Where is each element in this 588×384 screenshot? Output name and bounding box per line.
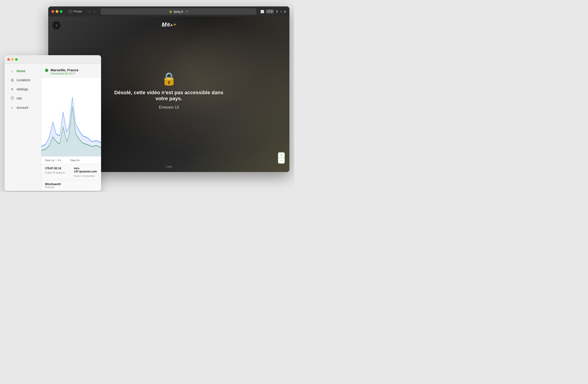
server-address: mrs-c07.ipvanish.com <box>74 167 97 173</box>
channel-logo: M 6 A + <box>162 21 176 28</box>
traffic-chart <box>41 78 101 156</box>
zoom-out-button[interactable]: − <box>278 158 285 163</box>
sidebar-item-settings[interactable]: ≡ Settings <box>6 85 40 93</box>
address-text: 6play.fr <box>174 10 183 13</box>
reload-icon[interactable]: ↺ <box>186 10 188 13</box>
vpn-tl-green[interactable] <box>15 58 18 61</box>
vpn-body: ⌂ Home ◎ Locations ≡ Settings ⓘ Info ○ A… <box>5 64 101 191</box>
shield-badge[interactable]: 🛡 3 <box>266 9 274 14</box>
data-stats: Data Up ↑ 0 b Data Do <box>41 156 101 164</box>
shield-count: 3 <box>271 10 273 13</box>
home-icon: ⌂ <box>10 69 14 73</box>
data-up-stat: Data Up ↑ 0 b <box>45 158 61 162</box>
browser-nav: ‹ › <box>87 9 96 14</box>
lock-icon: 🔒 <box>169 10 172 13</box>
sidebar-label-home: Home <box>17 69 25 73</box>
tl-yellow[interactable] <box>56 10 58 13</box>
ip-detail: 176.67.82.14 Public IP Address <box>45 167 68 177</box>
connection-timer: 00:19:17 <box>64 72 75 75</box>
vpn-titlebar <box>5 55 101 64</box>
protocol-value: WireGuard® <box>45 182 61 186</box>
browser-actions: ⬜ 🛡 3 ⬆ + ⧉ <box>260 9 286 14</box>
data-up-label: Data Up <box>45 159 54 162</box>
new-tab-icon[interactable]: + <box>280 10 282 13</box>
blocked-subtitle: Émission 13 <box>159 105 179 110</box>
ip-label: Public IP Address <box>45 171 68 174</box>
browser-footer: Legal <box>166 164 172 168</box>
logo-m6: M <box>162 21 167 28</box>
server-detail: mrs-c07.ipvanish.com Server Connection <box>74 167 97 177</box>
blocked-title: Désolé, cette vidéo n'est pas accessible… <box>109 90 229 102</box>
blocked-overlay: 🔒 Désolé, cette vidéo n'est pas accessib… <box>109 71 229 110</box>
protocol-label: Protocol <box>45 186 61 189</box>
connection-status: Connected 00:19:17 <box>51 72 79 75</box>
logo-plus: + <box>173 22 176 27</box>
status-text: Connected <box>51 72 64 75</box>
sidebar-item-account[interactable]: ○ Account <box>6 103 40 112</box>
data-up-value: 0 b <box>58 159 61 162</box>
connection-details: 176.67.82.14 Public IP Address mrs-c07.i… <box>41 164 101 180</box>
settings-icon: ≡ <box>10 87 14 91</box>
sidebar-item-home[interactable]: ⌂ Home <box>6 67 40 75</box>
share-icon[interactable]: ⬆ <box>276 10 278 13</box>
data-down-stat: Data Do <box>70 158 80 162</box>
sidebar-label-locations: Locations <box>17 78 30 82</box>
connection-dot <box>45 69 48 72</box>
account-icon: ○ <box>10 106 14 110</box>
browser-traffic-lights <box>51 10 63 13</box>
zoom-in-button[interactable]: + <box>278 153 285 158</box>
browser-titlebar: Private ‹ › 🔒 6play.fr ↺ ⬜ 🛡 3 ⬆ + ⧉ <box>48 6 289 17</box>
sidebar-label-info: Info <box>17 97 22 100</box>
tabs-icon[interactable]: ⧉ <box>284 10 286 14</box>
protocol-row: WireGuard® Protocol <box>41 180 101 191</box>
vpn-tl-red[interactable] <box>7 58 10 61</box>
lock-icon: 🔒 <box>161 71 177 86</box>
tab-label: Private <box>74 10 82 13</box>
tab-page-icon <box>69 10 72 13</box>
vpn-main: Marseille, France Connected 00:19:17 <box>41 64 101 191</box>
locations-icon: ◎ <box>10 78 14 82</box>
logo-a: A <box>170 23 173 27</box>
forward-button[interactable]: › <box>93 9 96 14</box>
shield-icon: 🛡 <box>267 10 270 13</box>
ip-address: 176.67.82.14 <box>45 167 68 170</box>
vpn-tl-yellow[interactable] <box>11 58 14 61</box>
connection-location: Marseille, France <box>51 68 79 72</box>
logo-number: 6 <box>167 22 170 28</box>
sidebar-item-info[interactable]: ⓘ Info <box>6 94 40 103</box>
connection-info: Marseille, France Connected 00:19:17 <box>51 68 79 75</box>
up-arrow-icon: ↑ <box>55 158 57 162</box>
vpn-sidebar: ⌂ Home ◎ Locations ≡ Settings ⓘ Info ○ A… <box>5 64 41 191</box>
info-icon: ⓘ <box>10 96 14 100</box>
sidebar-label-settings: Settings <box>17 87 28 91</box>
data-down-label: Data Do <box>70 159 80 162</box>
back-button[interactable]: ‹ <box>87 9 91 14</box>
zoom-controls: + − <box>278 152 285 164</box>
chart-area <box>41 78 101 156</box>
sidebar-label-account: Account <box>17 106 28 110</box>
back-arrow-icon: ‹ <box>56 23 57 27</box>
tl-green[interactable] <box>60 10 63 13</box>
pip-icon: ⬜ <box>260 10 264 13</box>
sidebar-item-locations[interactable]: ◎ Locations <box>6 76 40 84</box>
address-bar[interactable]: 🔒 6play.fr ↺ <box>101 8 256 15</box>
browser-tab[interactable]: Private <box>67 9 84 14</box>
connection-header: Marseille, France Connected 00:19:17 <box>41 64 101 78</box>
legal-link[interactable]: Legal <box>166 165 172 168</box>
server-label: Server Connection <box>74 175 97 177</box>
tl-red[interactable] <box>51 10 54 13</box>
protocol-col: WireGuard® Protocol <box>45 182 61 189</box>
vpn-window: ⌂ Home ◎ Locations ≡ Settings ⓘ Info ○ A… <box>5 55 101 191</box>
back-button[interactable]: ‹ <box>52 21 61 29</box>
